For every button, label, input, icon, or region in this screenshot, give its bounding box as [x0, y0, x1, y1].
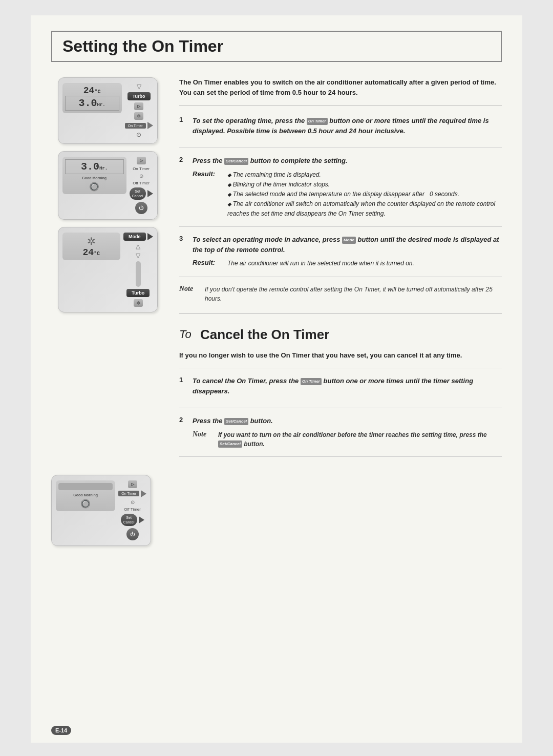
power-icon-2[interactable]: ⊙	[139, 173, 143, 179]
cancel-step-1-text: To cancel the On Timer, press the On Tim…	[193, 376, 502, 396]
result-label-2: Result:	[193, 170, 223, 219]
small-icon-2: 🔘	[65, 182, 124, 192]
page-title: Setting the On Timer	[62, 37, 491, 56]
on-timer-arrow-1	[147, 122, 153, 129]
on-timer-inline-btn-1: On Timer	[307, 118, 328, 125]
on-timer-arrow-4	[141, 490, 146, 497]
set-cancel-arrow-2	[147, 190, 153, 197]
power-icon-1[interactable]: ⊙	[136, 131, 141, 138]
circle-btn-4[interactable]: ⏻	[126, 528, 139, 540]
note-text-1: If you don't operate the remote control …	[205, 285, 502, 303]
blank-display-4	[58, 483, 113, 490]
bottom-remotes: Good Morning 🔘 ⊳ On Timer ⊙ Off Timer	[51, 475, 502, 546]
on-timer-btn-4[interactable]: On Timer	[118, 491, 139, 496]
set-cancel-inline-btn-2: Set/Cancel	[224, 158, 248, 165]
set-cancel-btn-2[interactable]: SetCancel	[130, 187, 146, 200]
on-timer-label-2[interactable]: On Timer	[133, 166, 150, 171]
cancel-step-content-2: Press the Set/Cancel button. Note If you…	[193, 416, 502, 449]
result-content-2: The remaining time is displayed. Blinkin…	[227, 170, 502, 219]
step-content-1: To set the operating time, press the On …	[193, 116, 502, 140]
left-column: 24°C 3.0Hr. ▽ Turbo ⊳ ❄ On Timer	[51, 77, 164, 465]
cancel-step-content-1: To cancel the On Timer, press the On Tim…	[193, 376, 502, 400]
set-cancel-inline-btn-cancel: Set/Cancel	[224, 418, 248, 425]
power-icon-4[interactable]: ⊙	[131, 499, 135, 505]
up-arrow-icon[interactable]: ▽	[137, 83, 141, 90]
down-btn-3[interactable]: ▽	[136, 252, 140, 259]
fan-btn-3[interactable]: ❄	[134, 299, 143, 307]
note-label-1: Note	[179, 285, 200, 303]
remote-2: 3.0Hr. Good Morning 🔘 ⊳ On Timer ⊙ Off T…	[58, 151, 158, 220]
step-1-text: To set the operating time, press the On …	[193, 116, 502, 136]
up-btn-3[interactable]: △	[136, 243, 140, 250]
cancel-step-number-2: 2	[179, 416, 187, 449]
small-icon-4: 🔘	[58, 499, 113, 509]
turbo-btn-1[interactable]: Turbo	[127, 92, 151, 100]
cancel-step-1: 1 To cancel the On Timer, press the On T…	[179, 376, 502, 408]
result-block-2: Result: The remaining time is displayed.…	[193, 170, 502, 219]
step-content-2: Press the Set/Cancel button to complete …	[193, 156, 502, 219]
fan-icon-1[interactable]: ❄	[134, 112, 143, 120]
set-cancel-inline-btn-note: Set/Cancel	[218, 440, 242, 448]
cancel-step-2: 2 Press the Set/Cancel button. Note If y…	[179, 416, 502, 457]
section-divider	[179, 313, 502, 314]
step-number-1: 1	[179, 116, 187, 140]
remote-4: Good Morning 🔘 ⊳ On Timer ⊙ Off Timer	[51, 475, 151, 546]
intro-text: The On Timer enables you to switch on th…	[179, 77, 502, 106]
result-content-3: The air conditioner will run in the sele…	[227, 259, 502, 268]
note-block-1: Note If you don't operate the remote con…	[179, 285, 502, 303]
page: Setting the On Timer 24°C 3.0Hr.	[31, 15, 522, 743]
mode-inline-btn-3: Mode	[342, 237, 356, 244]
turbo-btn-3[interactable]: Turbo	[126, 289, 150, 297]
on-timer-btn-1[interactable]: On Timer	[125, 123, 146, 129]
cancel-note-label: Note	[193, 430, 213, 449]
step-2: 2 Press the Set/Cancel button to complet…	[179, 156, 502, 227]
mode-btn-3[interactable]: Mode	[123, 233, 146, 241]
cancel-section-title: To Cancel the On Timer	[179, 327, 502, 343]
mode-icon-4[interactable]: ⊳	[128, 480, 137, 488]
result-item-2-1: The remaining time is displayed.	[227, 170, 502, 180]
slider-3[interactable]	[136, 261, 141, 287]
step-2-text: Press the Set/Cancel button to complete …	[193, 156, 502, 166]
step-3-text: To select an operating mode in advance, …	[193, 235, 502, 255]
set-cancel-arrow-4	[139, 516, 144, 523]
cancel-note-text: If you want to turn on the air condition…	[218, 430, 502, 449]
cancel-note-block: Note If you want to turn on the air cond…	[193, 430, 502, 449]
remote-3: ✲ 24°C Mode △ ▽ Turbo	[58, 227, 158, 312]
step-number-2: 2	[179, 156, 187, 219]
mode-icon-1[interactable]: ⊳	[134, 102, 143, 110]
title-box: Setting the On Timer	[51, 31, 502, 62]
circle-btn-2[interactable]: ⏻	[135, 202, 147, 214]
set-cancel-btn-4[interactable]: SetCancel	[121, 514, 137, 526]
mode-arrow-3	[147, 233, 153, 240]
mode-icon-2[interactable]: ⊳	[137, 157, 146, 164]
remote-images: 24°C 3.0Hr. ▽ Turbo ⊳ ❄ On Timer	[51, 77, 164, 312]
step-number-3: 3	[179, 235, 187, 268]
right-column: The On Timer enables you to switch on th…	[174, 77, 502, 465]
result-label-3: Result:	[193, 259, 223, 268]
result-list-2: The remaining time is displayed. Blinkin…	[227, 170, 502, 219]
cancel-step-2-text: Press the Set/Cancel button.	[193, 416, 502, 426]
step-1: 1 To set the operating time, press the O…	[179, 116, 502, 148]
off-timer-label-2[interactable]: Off Timer	[133, 181, 150, 185]
result-text-3: The air conditioner will run in the sele…	[227, 259, 502, 268]
remote-1: 24°C 3.0Hr. ▽ Turbo ⊳ ❄ On Timer	[58, 77, 158, 144]
on-timer-inline-btn-cancel: On Timer	[301, 378, 322, 385]
cancel-step-number-1: 1	[179, 376, 187, 400]
step-content-3: To select an operating mode in advance, …	[193, 235, 502, 268]
page-number: E-14	[51, 726, 71, 735]
step-3: 3 To select an operating mode in advance…	[179, 235, 502, 277]
result-item-2-2: Blinking of the timer indicator stops.	[227, 180, 502, 190]
main-content: 24°C 3.0Hr. ▽ Turbo ⊳ ❄ On Timer	[51, 77, 502, 465]
result-item-2-4: The air conditioner will switch on autom…	[227, 199, 502, 219]
result-block-3: Result: The air conditioner will run in …	[193, 259, 502, 268]
result-item-2-3: The selected mode and the temperature on…	[227, 190, 502, 199]
cancel-intro-text: If you no longer wish to use the On Time…	[179, 350, 502, 369]
off-timer-label-4[interactable]: Off Timer	[124, 507, 141, 512]
